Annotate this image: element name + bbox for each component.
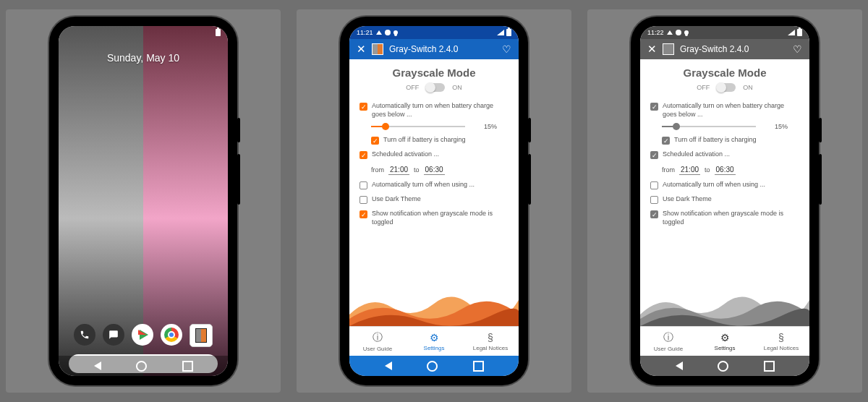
status-time: 11:21 [357,29,373,36]
settings-body: Grayscale Mode OFF ON ✓ Automatically tu… [349,59,519,326]
app-logo-icon [372,43,383,55]
auto-off-using-label: Automatically turn off when using ... [372,181,509,189]
nav-recent-icon[interactable] [764,361,775,372]
time-to-field[interactable]: 06:30 [424,165,445,175]
warning-icon [376,30,382,35]
scheduled-checkbox[interactable]: ✓ [650,151,658,159]
decorative-hills [349,286,519,326]
battery-icon [506,29,511,36]
battery-threshold-slider[interactable] [371,126,465,127]
tab-user-guide[interactable]: ⓘ User Guide [640,327,697,356]
scheduled-checkbox[interactable]: ✓ [359,151,367,159]
scheduled-label: Scheduled activation ... [663,150,799,159]
turnoff-charging-label: Turn off if battery is charging [383,136,509,145]
off-label: OFF [406,84,419,91]
nav-back-icon[interactable] [676,362,683,370]
to-label: to [705,166,710,174]
from-label: from [371,166,384,174]
dark-theme-label: Use Dark Theme [372,195,509,204]
phone-frame: 11:22 ✕ Gray-Switch 2.4.0 ♡ [631,17,819,385]
tab-settings[interactable]: ⚙ Settings [697,327,753,356]
screenshot-1: 11:21 Sunday, May 10 [6,9,281,393]
time-from-field[interactable]: 21:00 [388,165,409,175]
battery-threshold-slider[interactable] [662,126,756,127]
app-dock [59,324,228,347]
phone-app-icon[interactable] [74,324,95,346]
app-title: Gray-Switch 2.4.0 [389,44,458,54]
show-notif-checkbox[interactable]: ✓ [650,210,658,218]
nav-home-icon[interactable] [136,361,147,372]
battery-threshold-value: 15% [472,123,509,130]
signal-icon [788,30,795,35]
info-icon: ⓘ [373,331,383,344]
tab-legal[interactable]: § Legal Notices [462,327,519,356]
app-bar: ✕ Gray-Switch 2.4.0 ♡ [349,39,519,59]
auto-off-using-checkbox[interactable] [650,181,658,189]
page-heading: Grayscale Mode [640,67,809,79]
chrome-app-icon[interactable] [161,324,182,346]
nav-recent-icon[interactable] [182,361,193,372]
battery-icon [797,29,802,36]
close-icon[interactable]: ✕ [647,43,657,56]
section-icon: § [778,332,784,343]
status-bar: 11:22 [640,26,809,39]
grayscale-toggle[interactable] [426,83,445,92]
show-notif-label: Show notification when grayscale mode is… [663,210,799,226]
settings-icon [676,30,681,35]
android-nav-bar [640,356,809,376]
close-icon[interactable]: ✕ [357,43,366,56]
on-label: ON [743,84,753,91]
dark-theme-checkbox[interactable] [359,196,367,204]
gear-icon: ⚙ [720,332,730,343]
info-icon: ⓘ [663,331,673,344]
nav-home-icon[interactable] [427,361,438,372]
android-nav-bar [59,356,228,376]
tab-settings[interactable]: ⚙ Settings [406,327,462,356]
auto-battery-checkbox[interactable]: ✓ [359,103,367,111]
grayscale-toggle[interactable] [717,83,736,92]
app-bar: ✕ Gray-Switch 2.4.0 ♡ [640,39,809,59]
grayswitch-app-icon[interactable] [190,324,213,347]
turnoff-charging-checkbox[interactable]: ✓ [662,137,670,145]
bottom-tabs: ⓘ User Guide ⚙ Settings § Legal Notices [349,326,519,356]
favorite-icon[interactable]: ♡ [502,43,511,55]
phone-frame: 11:21 ✕ Gray-Switch 2.4.0 ♡ [340,17,528,385]
from-label: from [662,166,675,174]
tab-user-guide[interactable]: ⓘ User Guide [349,327,406,356]
to-label: to [414,166,420,174]
nav-back-icon[interactable] [94,362,101,370]
screenshot-2: 11:21 ✕ Gray-Switch 2.4.0 ♡ [297,9,571,393]
phone-frame: 11:21 Sunday, May 10 [49,17,237,385]
auto-off-using-checkbox[interactable] [359,181,367,189]
location-icon [393,30,398,35]
show-notif-checkbox[interactable]: ✓ [359,210,367,218]
play-store-icon[interactable] [132,324,153,346]
app-logo-icon [663,43,674,55]
auto-off-using-label: Automatically turn off when using ... [663,181,799,189]
dark-theme-checkbox[interactable] [650,196,658,204]
auto-battery-checkbox[interactable]: ✓ [650,103,658,111]
turnoff-charging-checkbox[interactable]: ✓ [371,137,379,145]
nav-recent-icon[interactable] [473,361,484,372]
status-bar: 11:21 [349,26,519,39]
home-date[interactable]: Sunday, May 10 [59,52,228,64]
gear-icon: ⚙ [430,332,439,343]
signal-icon [497,30,504,35]
home-screen: 11:21 Sunday, May 10 [59,26,228,376]
tab-legal[interactable]: § Legal Notices [753,327,809,356]
settings-icon [385,30,391,35]
time-to-field[interactable]: 06:30 [715,165,736,175]
status-time: 11:22 [647,29,664,36]
section-icon: § [488,332,493,343]
nav-home-icon[interactable] [718,361,728,372]
nav-back-icon[interactable] [385,362,392,370]
warning-icon [667,30,673,35]
page-heading: Grayscale Mode [349,67,519,79]
messages-app-icon[interactable] [103,324,124,346]
screenshot-3: 11:22 ✕ Gray-Switch 2.4.0 ♡ [587,9,862,393]
favorite-icon[interactable]: ♡ [793,43,802,55]
time-from-field[interactable]: 21:00 [679,165,700,175]
app-title: Gray-Switch 2.4.0 [680,44,749,54]
bottom-tabs: ⓘ User Guide ⚙ Settings § Legal Notices [640,326,809,356]
dark-theme-label: Use Dark Theme [663,195,799,204]
